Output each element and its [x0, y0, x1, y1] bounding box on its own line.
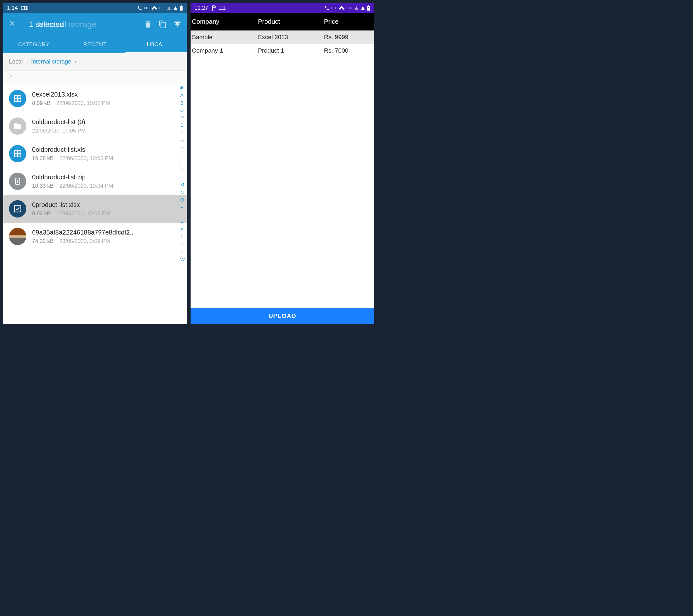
status-bar: 1:14 LTE LTE	[3, 3, 187, 13]
alpha-letter[interactable]: M	[180, 182, 185, 188]
alpha-letter[interactable]: F	[180, 130, 185, 136]
filter-icon[interactable]	[173, 20, 182, 28]
alpha-letter[interactable]: I	[180, 152, 185, 158]
file-list[interactable]: 0excel2013.xlsx 8.09 kB 22/06/2020, 10:0…	[3, 85, 187, 324]
tabs: CATEGORY RECENT LOCAL	[3, 36, 187, 53]
breadcrumb: Local › Internal storage ›	[3, 53, 187, 71]
file-size: 16.38 kB	[32, 155, 54, 162]
alpha-letter[interactable]: J	[180, 159, 185, 166]
file-name: 0oldproduct-list.xls	[32, 146, 181, 153]
tab-local[interactable]: LOCAL	[125, 36, 187, 53]
laptop-icon	[219, 6, 225, 10]
cell-price: Rs. 9999	[323, 32, 374, 43]
file-name: 69a35af8a22246188a797e8dfcdf2..	[32, 229, 181, 236]
file-item[interactable]: 0oldproduct-list.zip 10.33 kB 22/06/2020…	[3, 167, 187, 195]
product-list-screen: 11:27 LTE LTE Company Product Price Samp…	[191, 3, 374, 324]
alpha-letter[interactable]: S	[180, 226, 185, 233]
alpha-letter[interactable]: Q	[180, 212, 185, 218]
file-item[interactable]: 0oldproduct-list (0) 22/06/2020, 10:05 P…	[3, 112, 187, 140]
outlook-icon	[21, 5, 28, 11]
alpha-letter[interactable]: W	[180, 256, 185, 263]
close-selection-icon[interactable]	[8, 20, 16, 29]
alpha-letter[interactable]: H	[180, 144, 185, 151]
table-row[interactable]: Company 1 Product 1 Rs. 7000	[191, 44, 374, 57]
file-date: 22/06/2020, 10:05 PM	[32, 128, 86, 134]
alpha-letter[interactable]: G	[180, 137, 185, 143]
breadcrumb-current[interactable]: Internal storage	[31, 58, 71, 65]
alpha-letter[interactable]: N	[180, 189, 185, 196]
p-icon	[212, 5, 216, 11]
file-size: 8.09 kB	[32, 100, 51, 106]
sheet-icon	[9, 145, 26, 162]
file-date: 22/06/2020, 10:05 PM	[57, 211, 110, 217]
alpha-letter[interactable]: D	[180, 115, 185, 121]
th-product: Product	[257, 16, 323, 27]
status-icons: LTE LTE	[137, 5, 183, 11]
file-date: 22/06/2020, 10:07 PM	[57, 100, 110, 106]
alpha-letter[interactable]: A	[180, 92, 185, 99]
sheet-icon	[9, 90, 26, 107]
file-size: 74.32 kB	[32, 238, 54, 244]
file-name: 0excel2013.xlsx	[32, 91, 181, 98]
svg-rect-2	[180, 6, 182, 11]
file-size: 8.92 kB	[32, 211, 51, 217]
alpha-letter[interactable]: O	[180, 197, 185, 203]
upload-button[interactable]: UPLOAD	[191, 308, 374, 324]
file-size: 10.33 kB	[32, 183, 54, 189]
svg-rect-11	[368, 5, 369, 6]
file-name: 0product-list.xlsx	[32, 201, 181, 208]
img-icon	[9, 228, 26, 245]
alpha-index[interactable]: #ABCDEFGHIJKLMNOPQRSTUVW	[180, 85, 185, 263]
cell-company: Company 1	[191, 45, 257, 56]
svg-rect-9	[219, 9, 225, 10]
alpha-letter[interactable]: L	[180, 174, 185, 181]
copy-icon[interactable]	[158, 20, 167, 28]
file-date: 22/06/2020, 10:04 PM	[59, 183, 113, 189]
tab-category[interactable]: CATEGORY	[3, 36, 64, 53]
svg-point-5	[17, 180, 18, 181]
alpha-letter[interactable]: C	[180, 107, 185, 114]
chevron-right-icon: ›	[75, 58, 76, 65]
cell-price: Rs. 7000	[323, 45, 374, 56]
tab-recent[interactable]: RECENT	[64, 36, 126, 53]
alpha-letter[interactable]: E	[180, 122, 185, 128]
svg-rect-1	[21, 7, 24, 9]
breadcrumb-root[interactable]: Local	[9, 58, 23, 65]
alpha-letter[interactable]: B	[180, 100, 185, 106]
file-date: 22/06/2020, 10:05 PM	[59, 155, 113, 162]
file-item[interactable]: 0excel2013.xlsx 8.09 kB 22/06/2020, 10:0…	[3, 85, 187, 112]
alpha-letter[interactable]: U	[180, 241, 185, 248]
appbar-ghost-title: Internal storage	[39, 20, 97, 29]
svg-rect-8	[220, 6, 224, 9]
alpha-letter[interactable]: R	[180, 219, 185, 225]
table-row[interactable]: Sample Excel 2013 Rs. 9999	[191, 31, 374, 44]
file-item[interactable]: 69a35af8a22246188a797e8dfcdf2.. 74.32 kB…	[3, 223, 187, 250]
file-date: 23/05/2020, 3:09 PM	[59, 238, 110, 244]
chevron-right-icon: ›	[26, 58, 28, 65]
file-item[interactable]: 0product-list.xlsx 8.92 kB 22/06/2020, 1…	[3, 195, 187, 223]
alpha-letter[interactable]: T	[180, 234, 185, 240]
file-name: 0oldproduct-list.zip	[32, 174, 181, 181]
cell-product: Product 1	[257, 45, 323, 56]
status-bar: 11:27 LTE LTE	[191, 3, 374, 13]
table-body: Sample Excel 2013 Rs. 9999 Company 1 Pro…	[191, 31, 374, 308]
zip-icon	[9, 173, 26, 190]
alpha-letter[interactable]: K	[180, 167, 185, 173]
selection-app-bar: Internal storage 1 selected	[3, 13, 187, 36]
alpha-letter[interactable]: V	[180, 249, 185, 255]
alpha-letter[interactable]: #	[180, 85, 185, 91]
status-time: 11:27	[194, 5, 208, 11]
svg-rect-6	[17, 181, 18, 183]
delete-icon[interactable]	[144, 20, 152, 28]
cell-product: Excel 2013	[257, 32, 323, 43]
svg-rect-3	[181, 5, 182, 6]
sheet-icon	[9, 200, 26, 218]
folder-icon	[9, 117, 26, 135]
th-company: Company	[191, 16, 257, 27]
cell-company: Sample	[191, 32, 257, 43]
file-item[interactable]: 0oldproduct-list.xls 16.38 kB 22/06/2020…	[3, 140, 187, 167]
th-price: Price	[323, 16, 374, 27]
status-icons: LTE LTE	[324, 5, 370, 11]
section-header: #	[3, 71, 187, 85]
alpha-letter[interactable]: P	[180, 204, 185, 211]
